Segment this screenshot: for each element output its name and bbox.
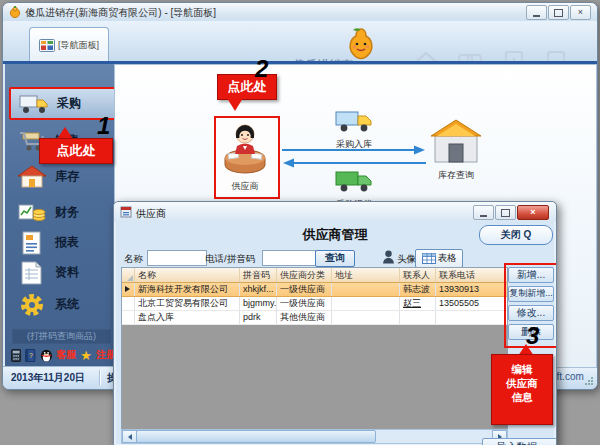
select-all-cell[interactable] [122,268,135,282]
column-header-phone[interactable]: 联系电话 [436,268,505,282]
sidebar-item-label: 财务 [55,204,79,221]
table-horizontal-scrollbar[interactable] [121,429,508,444]
star-icon: ★ [80,349,92,362]
step-3-number: 3 [526,322,539,350]
sidebar-footer: ? 客服 ★ 注册 [11,346,116,364]
name-filter-input[interactable] [147,250,207,266]
sidebar-item-system[interactable]: 系统 [9,289,112,320]
mascot-image [345,27,377,63]
cell-name: 北京工贸贸易有限公司 [135,297,240,310]
svg-text:?: ? [29,352,33,359]
cell-category: 其他供应商 [277,311,332,324]
resize-grip[interactable] [584,376,594,386]
table-row-selected[interactable]: 新海科技开发有限公司 xhkjkf... 一级供应商 韩志波 13930913 [122,283,507,297]
callout-1-text: 点此处 [57,143,96,158]
column-header-address[interactable]: 地址 [332,268,400,282]
stock-query-label: 库存查询 [427,169,485,182]
close-icon: × [578,8,583,17]
phone-filter-label: 电话/拼音码 [205,253,255,266]
cell-phone [436,311,505,324]
cell-phone: 13505505 [436,297,505,310]
callout-1: 点此处 [39,138,113,164]
warehouse-icon [430,119,482,167]
product-code-search-hint[interactable]: (打拼码查询商品) [12,329,111,344]
close-dialog-button[interactable]: 关闭 Q [479,225,553,245]
sidebar: 采购 销售 库存 [5,64,116,366]
notebook-icon[interactable]: ? [25,348,35,363]
scrollbar-thumb[interactable] [136,430,376,443]
dialog-maximize-button[interactable] [495,205,516,220]
main-window-title: 傻瓜进销存(新海商贸有限公司) - [导航面板] [25,6,216,20]
truck-icon [19,92,49,116]
sidebar-item-data[interactable]: 资料 [9,257,112,288]
close-button[interactable]: × [570,5,591,20]
supplier-table: 名称 拼音码 供应商分类 地址 联系人 联系电话 新海科技开发有限公司 xhkj… [121,267,508,430]
callout-2-tail [227,98,243,111]
report-icon [17,231,47,255]
cell-category: 一级供应商 [277,297,332,310]
main-titlebar: 傻瓜进销存(新海商贸有限公司) - [导航面板] × [3,3,597,21]
avatar-icon[interactable] [382,249,395,265]
avatar-view-label[interactable]: 头像 [397,253,416,266]
sidebar-item-finance[interactable]: 财务 [9,197,112,228]
dialog-window-controls: × [473,205,549,220]
sidebar-item-label: 资料 [55,264,79,281]
cell-contact: 韩志波 [400,283,436,296]
column-header-name[interactable]: 名称 [135,268,240,282]
cell-address [332,283,400,296]
cell-name: 盘点入库 [135,311,240,324]
grid-icon [422,253,436,264]
step-2-number: 2 [255,55,268,83]
sidebar-item-inventory[interactable]: 库存 [9,161,112,192]
app-mascot-icon [9,6,21,18]
column-header-pinyin[interactable]: 拼音码 [240,268,277,282]
tab-label: [导航面板] [58,39,99,52]
grid-view-toggle[interactable]: 表格 [415,249,463,268]
sidebar-item-reports[interactable]: 报表 [9,227,112,258]
tab-strip: [导航面板] 傻瓜进销存 [3,21,597,61]
cell-pinyin: xhkjkf... [240,283,277,296]
dialog-title: 供应商 [136,207,166,221]
minimize-button[interactable] [526,5,547,20]
dialog-titlebar: 供应商 × [114,202,556,222]
callout-3: 编辑 供应商 信息 [491,354,553,425]
maximize-icon [501,209,510,217]
cell-contact [400,311,436,324]
qq-penguin-icon[interactable] [40,347,53,363]
spreadsheet-icon [17,261,47,285]
minimize-icon [533,15,540,17]
form-icon [120,206,132,218]
cell-name: 新海科技开发有限公司 [135,283,240,296]
name-filter-label: 名称 [124,253,143,266]
customer-service-link[interactable]: 客服 [56,348,76,362]
scroll-left-button[interactable] [122,430,137,443]
grid-view-label: 表格 [438,252,457,265]
sidebar-item-label: 系统 [55,296,79,313]
column-header-category[interactable]: 供应商分类 [277,268,332,282]
maximize-button[interactable] [548,5,569,20]
phone-filter-input[interactable] [262,250,316,266]
close-icon: × [530,208,535,217]
status-separator [99,370,100,385]
step-1-number: 1 [97,112,110,140]
row-selector-cell [122,283,135,296]
green-truck-icon [335,167,373,195]
cell-phone: 13930913 [436,283,505,296]
tab-navigation-panel[interactable]: [导航面板] [29,27,109,62]
dialog-close-button[interactable]: × [517,205,549,220]
row-selector-cell [122,311,135,324]
table-header-row: 名称 拼音码 供应商分类 地址 联系人 联系电话 [122,268,507,283]
column-header-contact[interactable]: 联系人 [400,268,436,282]
calculator-icon[interactable] [11,348,21,363]
stock-query-shortcut[interactable]: 库存查询 [427,119,485,189]
table-row[interactable]: 盘点入库 pdrk 其他供应商 [122,311,507,325]
select-all-icon [127,275,133,281]
import-data-button[interactable]: 导入数据... [482,438,557,445]
supplier-shortcut[interactable]: 供应商 [214,116,276,195]
table-row[interactable]: 北京工贸贸易有限公司 bjgmmy... 一级供应商 赵三 13505505 [122,297,507,311]
cell-pinyin: pdrk [240,311,277,324]
dashboard-icon [39,39,55,52]
dialog-minimize-button[interactable] [473,205,494,220]
query-button[interactable]: 查询 [315,250,355,267]
gear-icon [17,293,47,317]
